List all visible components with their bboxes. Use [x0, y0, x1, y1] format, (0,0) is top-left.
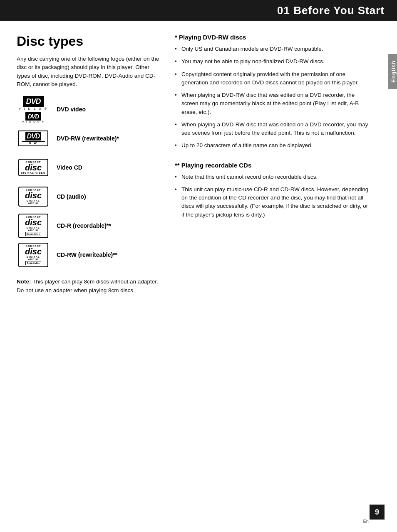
disc-label-video-cd: Video CD — [57, 164, 82, 171]
section2-title: ** Playing recordable CDs — [175, 162, 372, 169]
disc-item-cd-rw: COMPACT disc DIGITAL AUDIO ReWritable CD… — [17, 242, 162, 267]
dvd-rw-bullet-5: When playing a DVD-RW disc that was edit… — [175, 121, 372, 138]
dvd-rw-sub: R W — [22, 141, 45, 145]
disc-label-cd-audio: CD (audio) — [57, 193, 86, 200]
dvd-rw-bullets: Only US and Canadian models are DVD-RW c… — [175, 45, 372, 150]
dvd-rw-bullet-2: You may not be able to play non-finalize… — [175, 57, 372, 66]
section1-title: * Playing DVD-RW discs — [175, 34, 372, 41]
dvd-video-text-2: V I D E O ® — [22, 121, 44, 123]
header-title: 01 Before You Start — [277, 4, 385, 17]
disc-label-cd-r: CD-R (recordable)** — [57, 222, 111, 229]
intro-paragraph: Any disc carrying one of the following l… — [17, 55, 162, 89]
video-cd-logo: COMPACT disc DIGITAL VIDEO — [17, 155, 50, 180]
recordable-cd-bullets: Note that this unit cannot record onto r… — [175, 173, 372, 219]
dvd-rw-bullet-1: Only US and Canadian models are DVD-RW c… — [175, 45, 372, 53]
recordable-cd-bullet-2: This unit can play music-use CD-R and CD… — [175, 185, 372, 219]
dvd-rw-logo: DVD R W — [17, 126, 50, 151]
cd-audio-logo: COMPACT disc DIGITAL AUDIO — [17, 184, 50, 209]
page-header: 01 Before You Start — [0, 0, 397, 21]
dvd-logo-box-1: DVD — [23, 96, 43, 107]
disc-item-cd-r: COMPACT disc DIGITAL AUDIO Recordable CD… — [17, 213, 162, 238]
page-title: Disc types — [17, 34, 162, 49]
note-paragraph: Note: This player can play 8cm discs wit… — [17, 278, 162, 295]
dvd-rw-bullet-4: When playing a DVD-RW disc that was edit… — [175, 91, 372, 116]
disc-item-dvd-video: DVD V I D E O ® DVD V I D E O ® DVD vide… — [17, 97, 162, 122]
disc-label-cd-rw: CD-RW (rewriteable)** — [57, 251, 117, 258]
disc-label-dvd-rw: DVD-RW (rewriteable)* — [57, 135, 119, 142]
disc-list: DVD V I D E O ® DVD V I D E O ® DVD vide… — [17, 97, 162, 267]
cd-rw-logo: COMPACT disc DIGITAL AUDIO ReWritable — [17, 242, 50, 267]
language-tab: English — [388, 54, 397, 89]
disc-item-dvd-rw: DVD R W DVD-RW (rewriteable)* — [17, 126, 162, 151]
left-column: Disc types Any disc carrying one of the … — [17, 34, 175, 295]
dvd-logo-box-2: DVD — [25, 112, 42, 121]
cd-r-logo: COMPACT disc DIGITAL AUDIO Recordable — [17, 213, 50, 238]
disc-item-cd-audio: COMPACT disc DIGITAL AUDIO CD (audio) — [17, 184, 162, 209]
page-en-label: En — [363, 519, 369, 524]
recordable-cd-bullet-1: Note that this unit cannot record onto r… — [175, 173, 372, 181]
main-content: Disc types Any disc carrying one of the … — [0, 21, 397, 308]
dvd-rw-bullet-6: Up to 20 characters of a title name can … — [175, 141, 372, 150]
right-column: * Playing DVD-RW discs Only US and Canad… — [175, 34, 385, 295]
disc-label-dvd-video: DVD video — [57, 106, 86, 113]
dvd-video-text-1: V I D E O ® — [19, 107, 48, 110]
disc-item-video-cd: COMPACT disc DIGITAL VIDEO Video CD — [17, 155, 162, 180]
dvd-rw-bullet-3: Copyrighted content originally provided … — [175, 70, 372, 87]
dvd-rw-main: DVD — [25, 132, 42, 140]
dvd-video-logo: DVD V I D E O ® DVD V I D E O ® — [17, 97, 50, 122]
page-number: 9 — [370, 505, 385, 520]
